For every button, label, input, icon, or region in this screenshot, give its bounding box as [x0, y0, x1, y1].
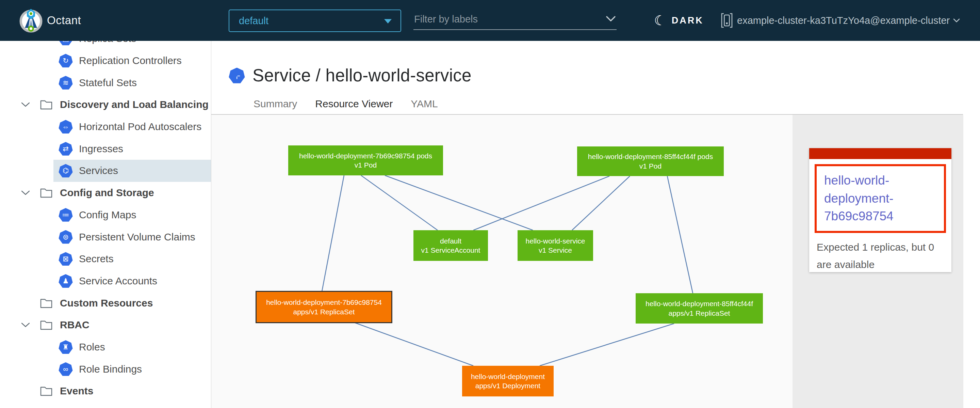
graph-node-pods-85ff4cf44f[interactable]: hello-world-deployment-85ff4cf44f podsv1… [577, 147, 724, 176]
sidebar-item-services[interactable]: ⌬Services [0, 160, 211, 182]
sidebar-item-label: Service Accounts [79, 275, 157, 287]
graph-node-replicaset-7b69c98754[interactable]: hello-world-deployment-7b69c98754apps/v1… [256, 292, 392, 322]
node-kind: apps/v1 Deployment [476, 381, 540, 390]
node-kind: v1 Service [539, 245, 572, 255]
graph-node-service-hello-world-service[interactable]: hello-world-servicev1 Service [517, 230, 593, 261]
navigation-sidebar: ▣Replica Sets↻Replication Controllers≋St… [0, 41, 211, 408]
theme-toggle-label: DARK [672, 15, 704, 26]
sidebar-item-custom-resources[interactable]: Custom Resources [0, 292, 211, 314]
node-name: hello-world-service [525, 236, 585, 245]
sidebar-item-label: Stateful Sets [79, 77, 137, 89]
graph-node-deployment-hello-world[interactable]: hello-world-deploymentapps/v1 Deployment [462, 366, 554, 397]
sidebar-item-config-maps[interactable]: ≔Config Maps [0, 204, 211, 226]
service-accounts-icon: ♟ [59, 274, 73, 288]
chevron-down-icon [20, 190, 31, 196]
graph-node-serviceaccount-default[interactable]: defaultv1 ServiceAccount [414, 230, 488, 261]
node-name: hello-world-deployment [471, 372, 545, 381]
error-status-bar [809, 148, 951, 159]
service-icon: ⌌ [229, 68, 245, 83]
sidebar-item-persistent-volume-claims[interactable]: ⊜Persistent Volume Claims [0, 226, 211, 248]
folder-icon [40, 298, 52, 308]
graph-node-replicaset-85ff4cf44f[interactable]: hello-world-deployment-85ff4cf44fapps/v1… [636, 293, 763, 324]
horizontal-pod-autoscalers-icon: ⇔ [59, 120, 73, 134]
folder-icon [40, 188, 52, 198]
replication-controllers-icon: ↻ [59, 54, 73, 67]
sidebar-item-label: Roles [79, 341, 105, 353]
page-title: Service / hello-world-service [253, 65, 472, 86]
sidebar-group-label: Custom Resources [60, 297, 153, 309]
persistent-volume-claims-icon: ⊜ [59, 230, 73, 244]
sidebar-item-ingresses[interactable]: ⇄Ingresses [0, 138, 211, 160]
sidebar-item-roles[interactable]: ♜Roles [0, 336, 211, 358]
octant-app: Octant default ☾ DARK example-cluster-ka… [0, 0, 980, 408]
sidebar-item-stateful-sets[interactable]: ≋Stateful Sets [0, 72, 211, 94]
roles-icon: ♜ [59, 340, 73, 354]
chevron-down-icon [20, 102, 31, 107]
sidebar-group-label: RBAC [60, 319, 89, 331]
sidebar-item-label: Services [79, 165, 118, 177]
chevron-down-icon [953, 18, 960, 23]
node-kind: v1 ServiceAccount [421, 245, 480, 255]
cluster-name: example-cluster-ka3TuTzYo4a@example-clus… [737, 15, 950, 26]
graph-node-pods-7b69c98754[interactable]: hello-world-deployment-7b69c98754 podsv1… [288, 145, 443, 175]
sidebar-item-discovery-and-load-balancing[interactable]: Discovery and Load Balancing [0, 94, 211, 116]
sidebar-item-label: Ingresses [79, 143, 123, 155]
sidebar-item-replication-controllers[interactable]: ↻Replication Controllers [0, 50, 211, 72]
services-icon: ⌬ [59, 164, 73, 177]
node-name: hello-world-deployment-7b69c98754 pods [299, 151, 432, 160]
role-bindings-icon: ∞ [59, 362, 73, 376]
main-content: ⌌ Service / hello-world-service Summary … [211, 41, 980, 408]
sidebar-item-rbac[interactable]: RBAC [0, 314, 211, 336]
sidebar-item-role-bindings[interactable]: ∞Role Bindings [0, 358, 211, 380]
cluster-selector[interactable]: example-cluster-ka3TuTzYo4a@example-clus… [721, 0, 960, 41]
node-link[interactable]: hello-world-deployment-7b69c98754 [824, 172, 943, 225]
chevron-down-icon [20, 322, 31, 328]
node-link-box: hello-world-deployment-7b69c98754 [815, 164, 946, 233]
namespace-dropdown[interactable]: default [229, 10, 401, 32]
caret-down-icon [384, 19, 392, 24]
node-detail-card: hello-world-deployment-7b69c98754 Expect… [809, 148, 951, 272]
page-title-row: ⌌ Service / hello-world-service [229, 65, 472, 86]
sidebar-group-label: Events [60, 385, 93, 397]
sidebar-item-label: Horizontal Pod Autoscalers [79, 121, 202, 132]
sidebar-item-replica-sets[interactable]: ▣Replica Sets [0, 41, 211, 50]
sidebar-item-service-accounts[interactable]: ♟Service Accounts [0, 270, 211, 292]
ingresses-icon: ⇄ [59, 142, 73, 156]
sidebar-group-label: Discovery and Load Balancing [60, 99, 208, 110]
sidebar-list: ▣Replica Sets↻Replication Controllers≋St… [0, 41, 211, 402]
sidebar-group-label: Config and Storage [60, 187, 154, 199]
top-header: Octant default ☾ DARK example-cluster-ka… [0, 0, 980, 41]
folder-icon [40, 320, 52, 330]
node-error-message: Expected 1 replicas, but 0 are available [817, 238, 936, 274]
selected-node-panel: hello-world-deployment-7b69c98754 Expect… [792, 115, 963, 408]
namespace-value: default [239, 15, 269, 27]
sidebar-item-horizontal-pod-autoscalers[interactable]: ⇔Horizontal Pod Autoscalers [0, 116, 211, 138]
sidebar-item-events[interactable]: Events [0, 380, 211, 402]
sidebar-item-label: Replica Sets [79, 41, 136, 44]
node-name: default [440, 236, 461, 245]
sidebar-item-label: Role Bindings [79, 363, 142, 375]
node-kind: apps/v1 ReplicaSet [669, 309, 730, 318]
config-maps-icon: ≔ [59, 208, 73, 222]
label-filter [414, 10, 617, 30]
theme-toggle-button[interactable]: ☾ DARK [654, 0, 704, 41]
node-name: hello-world-deployment-85ff4cf44f pods [588, 152, 713, 161]
sidebar-item-config-and-storage[interactable]: Config and Storage [0, 182, 211, 204]
sidebar-item-label: Persistent Volume Claims [79, 231, 195, 243]
node-name: hello-world-deployment-85ff4cf44f [646, 299, 753, 308]
node-kind: apps/v1 ReplicaSet [293, 307, 355, 316]
label-filter-input[interactable] [414, 10, 600, 28]
octant-logo-icon [19, 8, 43, 33]
stateful-sets-icon: ≋ [59, 76, 73, 89]
node-kind: v1 Pod [640, 161, 662, 171]
folder-icon [40, 99, 52, 110]
node-kind: v1 Pod [355, 160, 377, 170]
secrets-icon: ⊠ [59, 252, 73, 266]
cluster-icon [721, 13, 733, 28]
chevron-down-icon[interactable] [606, 16, 616, 22]
replica-sets-icon: ▣ [59, 41, 73, 45]
sidebar-item-label: Replication Controllers [79, 55, 182, 66]
app-name: Octant [47, 0, 81, 41]
sidebar-item-label: Secrets [79, 253, 114, 265]
sidebar-item-secrets[interactable]: ⊠Secrets [0, 248, 211, 270]
